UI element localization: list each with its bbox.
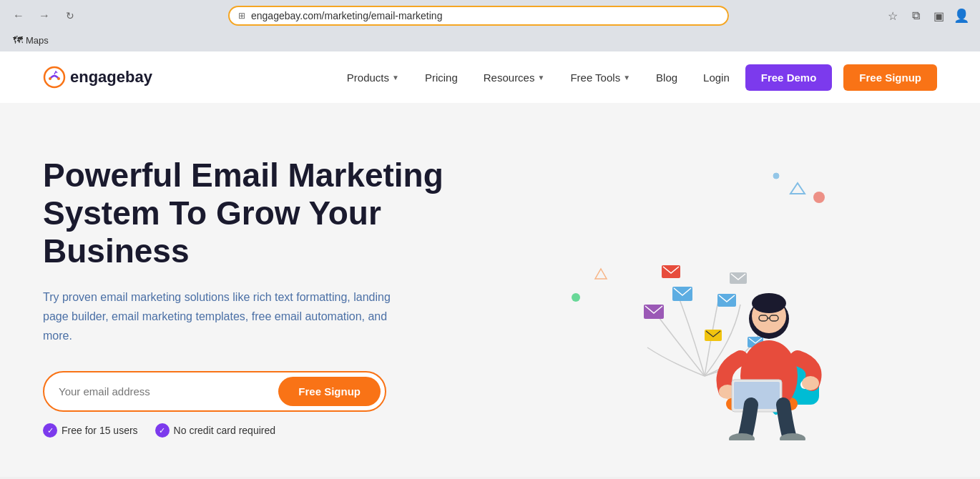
nav-resources[interactable]: Resources ▼: [474, 66, 555, 89]
svg-point-29: [802, 376, 819, 390]
nav-login[interactable]: Login: [693, 66, 740, 89]
reload-button[interactable]: ↻: [60, 6, 80, 26]
nav-links: Products ▼ Pricing Resources ▼ Free Tool…: [337, 64, 937, 91]
free-users-badge: ✓ Free for 15 users: [43, 423, 138, 438]
no-credit-card-label: No credit card required: [174, 425, 275, 436]
check-icon-2: ✓: [155, 423, 170, 438]
logo-text-light: engage: [70, 68, 125, 86]
resources-chevron-icon: ▼: [537, 74, 544, 82]
hero-description: Try proven email marketing solutions lik…: [43, 287, 415, 346]
bookmarks-bar: 🗺 Maps: [0, 31, 980, 51]
svg-point-0: [44, 67, 64, 87]
svg-point-5: [773, 173, 779, 179]
check-icon-1: ✓: [43, 423, 57, 438]
nav-products[interactable]: Products ▼: [337, 66, 409, 89]
maps-label: Maps: [26, 35, 49, 46]
no-credit-card-badge: ✓ No credit card required: [155, 423, 275, 438]
svg-point-2: [57, 77, 60, 80]
logo[interactable]: engagebay: [43, 66, 152, 89]
hero-signup-button[interactable]: Free Signup: [278, 377, 381, 406]
address-bar[interactable]: ⊞: [228, 6, 729, 26]
svg-point-23: [752, 293, 786, 313]
navbar: engagebay Products ▼ Pricing Resources ▼…: [0, 51, 980, 103]
logo-text: engagebay: [70, 68, 152, 87]
hero-illustration: [458, 147, 937, 448]
free-signup-nav-button[interactable]: Free Signup: [843, 64, 937, 91]
svg-point-1: [49, 77, 52, 80]
email-signup-form: Free Signup: [43, 371, 386, 412]
logo-text-bold: bay: [125, 68, 152, 86]
browser-toolbar: ← → ↻ ⊞ ☆ ⧉ ▣ 👤: [0, 0, 980, 31]
trust-badges: ✓ Free for 15 users ✓ No credit card req…: [43, 423, 458, 438]
logo-icon: [43, 66, 66, 89]
maps-icon: 🗺: [13, 34, 23, 46]
free-users-label: Free for 15 users: [62, 425, 138, 436]
extensions-button[interactable]: ⧉: [906, 6, 926, 26]
nav-free-tools[interactable]: Free Tools ▼: [560, 66, 640, 89]
svg-point-3: [813, 192, 825, 203]
profile-button[interactable]: 👤: [951, 6, 971, 26]
svg-point-4: [572, 293, 580, 302]
nav-blog[interactable]: Blog: [646, 66, 687, 89]
svg-marker-6: [790, 183, 805, 194]
address-icon: ⊞: [238, 11, 245, 21]
hero-svg-illustration: [547, 154, 848, 440]
free-tools-chevron-icon: ▼: [623, 74, 630, 82]
hero-title: Powerful Email Marketing System To Grow …: [43, 157, 458, 270]
page-content: engagebay Products ▼ Pricing Resources ▼…: [0, 51, 980, 477]
address-input[interactable]: [251, 10, 719, 21]
products-chevron-icon: ▼: [392, 74, 399, 82]
browser-chrome: ← → ↻ ⊞ ☆ ⧉ ▣ 👤 🗺 Maps: [0, 0, 980, 51]
email-input[interactable]: [59, 385, 278, 397]
nav-pricing[interactable]: Pricing: [415, 66, 468, 89]
hero-left: Powerful Email Marketing System To Grow …: [43, 157, 458, 438]
forward-button[interactable]: →: [34, 6, 54, 26]
svg-marker-7: [595, 269, 607, 279]
svg-rect-13: [705, 330, 722, 341]
maps-bookmark[interactable]: 🗺 Maps: [9, 33, 53, 47]
split-view-button[interactable]: ▣: [928, 6, 949, 26]
hero-section: Powerful Email Marketing System To Grow …: [0, 103, 980, 477]
browser-actions: ☆ ⧉ ▣ 👤: [883, 6, 971, 26]
back-button[interactable]: ←: [9, 6, 29, 26]
free-demo-button[interactable]: Free Demo: [745, 64, 833, 91]
bookmark-star-button[interactable]: ☆: [883, 6, 903, 26]
